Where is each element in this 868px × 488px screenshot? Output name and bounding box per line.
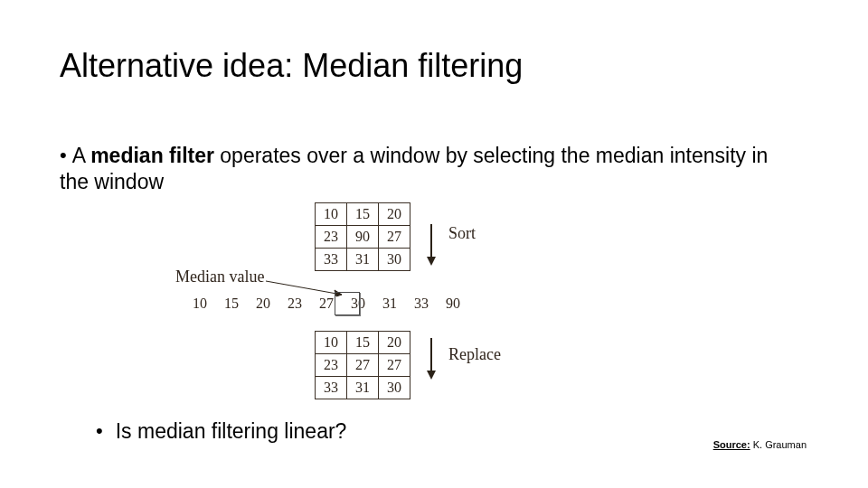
median-box bbox=[335, 292, 360, 315]
sorted-row: 101520232730313390 bbox=[187, 296, 466, 312]
bullet1-prefix: A bbox=[72, 144, 90, 167]
grid-cell: 15 bbox=[347, 332, 379, 354]
bullet-dot: • bbox=[96, 419, 103, 442]
median-figure: 10 15 20 23 90 27 33 31 30 Sort Median v… bbox=[181, 197, 687, 405]
replace-label: Replace bbox=[448, 345, 501, 364]
grid-cell: 23 bbox=[316, 354, 347, 377]
slide: Alternative idea: Median filtering •A me… bbox=[0, 0, 868, 488]
grid-cell: 10 bbox=[316, 332, 347, 354]
grid-cell: 27 bbox=[347, 354, 379, 377]
sort-label: Sort bbox=[448, 224, 476, 243]
grid-cell: 27 bbox=[379, 354, 410, 377]
sorted-val: 31 bbox=[377, 296, 402, 312]
grid-cell: 30 bbox=[379, 377, 410, 399]
source-author: K. Grauman bbox=[750, 439, 807, 450]
sorted-val: 20 bbox=[250, 296, 276, 312]
arrow-replace bbox=[430, 338, 432, 371]
sorted-val: 90 bbox=[440, 296, 466, 312]
bullet-2: •Is median filtering linear? bbox=[96, 419, 346, 444]
source-credit: Source: K. Grauman bbox=[713, 439, 807, 450]
grid-cell: 20 bbox=[379, 332, 410, 354]
slide-title: Alternative idea: Median filtering bbox=[60, 47, 523, 85]
grid-cell: 31 bbox=[347, 377, 379, 399]
bullet1-bold: median filter bbox=[90, 144, 214, 167]
sorted-val: 10 bbox=[187, 296, 212, 312]
source-label: Source: bbox=[713, 439, 750, 450]
arrow-replace-head bbox=[427, 371, 436, 380]
bullet-1: •A median filter operates over a window … bbox=[60, 143, 801, 195]
grid-bottom: 10 15 20 23 27 27 33 31 30 bbox=[315, 331, 410, 399]
bullet-dot: • bbox=[60, 144, 67, 166]
svg-line-0 bbox=[266, 281, 342, 295]
grid-cell: 33 bbox=[316, 377, 347, 399]
sorted-val: 23 bbox=[282, 296, 307, 312]
sorted-val: 15 bbox=[219, 296, 244, 312]
sorted-val: 33 bbox=[409, 296, 434, 312]
bullet2-text: Is median filtering linear? bbox=[116, 419, 347, 443]
